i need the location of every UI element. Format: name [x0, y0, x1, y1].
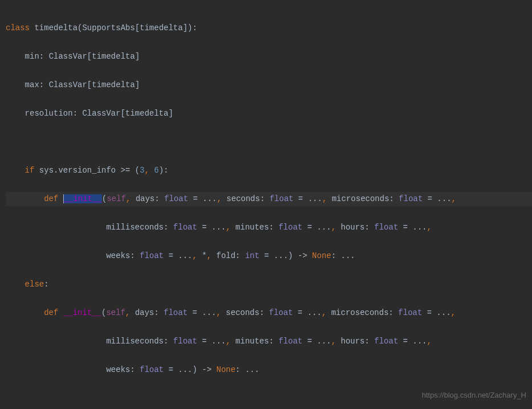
selected-text: __init__ [64, 194, 102, 203]
code-line: if sys.version_info >= (3, 6): [6, 163, 532, 178]
code-line: milliseconds: float = ..., minutes: floa… [6, 220, 532, 235]
code-line: min: ClassVar[timedelta] [6, 50, 532, 64]
watermark-text: https://blog.csdn.net/Zachary_H [421, 388, 526, 402]
code-line: class timedelta(SupportsAbs[timedelta]): [6, 21, 532, 35]
code-line [6, 135, 532, 149]
code-line: resolution: ClassVar[timedelta] [6, 107, 532, 121]
code-line: max: ClassVar[timedelta] [6, 78, 532, 92]
keyword-class: class [6, 23, 30, 32]
code-line: milliseconds: float = ..., minutes: floa… [6, 334, 532, 349]
code-editor[interactable]: class timedelta(SupportsAbs[timedelta]):… [0, 0, 532, 409]
code-line: else: [6, 277, 532, 292]
code-line: def __init__(self, days: float = ..., se… [6, 306, 532, 320]
class-name: timedelta [34, 23, 77, 32]
code-line: weeks: float = ..., *, fold: int = ...) … [6, 249, 532, 263]
code-line: weeks: float = ...) -> None: ... [6, 363, 532, 377]
code-line-highlighted: def __init__(self, days: float = ..., se… [6, 192, 532, 206]
